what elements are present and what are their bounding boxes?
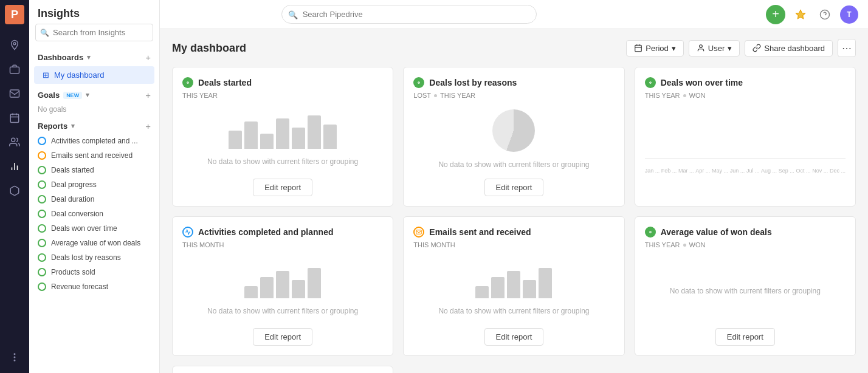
reports-section-header[interactable]: Reports ▾ + — [29, 116, 159, 134]
line-chart-svg — [645, 129, 846, 165]
bar — [475, 286, 489, 298]
sidebar-report-item[interactable]: Deals lost by reasons — [29, 250, 159, 265]
nav-more[interactable] — [4, 346, 26, 368]
subtitle-dot — [683, 94, 686, 97]
report-item-label: Deals won over time — [51, 224, 117, 233]
goals-section-header[interactable]: Goals NEW ▾ + — [29, 85, 159, 103]
app-logo: P — [5, 5, 24, 24]
bar — [308, 268, 321, 298]
edit-report-button-activities-completed[interactable]: Edit report — [253, 328, 312, 346]
user-button[interactable]: User ▾ — [689, 40, 740, 56]
svg-rect-10 — [635, 45, 642, 52]
card-header: Average value of won deals — [645, 227, 846, 238]
share-dashboard-button[interactable]: Share dashboard — [745, 40, 833, 56]
report-item-label: Products sold — [51, 268, 95, 276]
bar — [507, 271, 520, 298]
nav-mail[interactable] — [4, 83, 26, 104]
chart-bars — [229, 112, 337, 149]
period-label: Period — [646, 44, 669, 53]
subtitle-dot — [434, 94, 437, 97]
report-item-label: Average value of won deals — [51, 239, 140, 247]
sidebar-report-item[interactable]: Deals won over time — [29, 221, 159, 236]
dashboard-card-deals-won-over-time: Deals won over timeTHIS YEARWONJan ...Fe… — [635, 67, 856, 207]
sidebar-report-item[interactable]: Average value of won deals — [29, 236, 159, 250]
bar — [491, 277, 505, 298]
subtitle-dot — [683, 244, 686, 247]
goals-add-icon[interactable]: + — [145, 90, 151, 100]
topbar-add-button[interactable]: + — [766, 5, 785, 24]
edit-report-button-deals-lost-by-reasons[interactable]: Edit report — [484, 179, 544, 196]
x-label: Aug ... — [761, 168, 777, 174]
card-subtitle: LOSTTHIS YEAR — [413, 92, 614, 99]
nav-deals[interactable] — [4, 58, 26, 80]
subtitle-right: THIS YEAR — [440, 92, 475, 99]
card-subtitle: THIS YEARWON — [645, 92, 846, 99]
edit-report-button-emails-sent-received[interactable]: Edit report — [484, 328, 544, 346]
x-label: Nov ... — [812, 168, 828, 174]
dashboards-section-header[interactable]: Dashboards ▾ + — [29, 47, 159, 65]
sidebar-report-item[interactable]: Deal duration — [29, 192, 159, 207]
period-chevron: ▾ — [672, 44, 676, 53]
sidebar-report-item[interactable]: Revenue forecast — [29, 279, 159, 294]
sidebar-report-item[interactable]: Emails sent and received — [29, 148, 159, 163]
dashboards-add-icon[interactable]: + — [145, 52, 151, 63]
report-dot-icon — [38, 195, 46, 204]
report-item-label: Activities completed and ... — [51, 137, 138, 145]
sidebar-report-item[interactable]: Activities completed and ... — [29, 134, 159, 148]
card-icon — [645, 227, 656, 238]
sidebar-search-input[interactable] — [35, 24, 153, 41]
nav-products[interactable] — [4, 180, 26, 202]
report-list: Activities completed and ...Emails sent … — [29, 134, 159, 294]
dashboard-card-deal-duration: Deal durationTHIS YEARPIPELINEWON, LOST+… — [172, 366, 393, 373]
x-label: Sep ... — [779, 168, 794, 174]
svg-rect-1 — [10, 67, 19, 74]
report-dot-icon — [38, 180, 46, 189]
sidebar-report-item[interactable]: Deals started — [29, 163, 159, 177]
card-title: Deals lost by reasons — [429, 78, 517, 87]
user-label: User — [708, 44, 725, 53]
card-body: No data to show with current filters or … — [182, 106, 383, 171]
x-label: Oct ... — [796, 168, 810, 174]
report-item-label: Deal conversion — [51, 210, 103, 218]
edit-report-button-average-value-won[interactable]: Edit report — [715, 328, 775, 346]
topbar-search-input[interactable] — [281, 5, 537, 24]
nav-calendar[interactable] — [4, 107, 26, 129]
dashboard-card-activities-completed: Activities completed and plannedTHIS MON… — [172, 216, 393, 356]
card-header: Deals lost by reasons — [413, 77, 614, 88]
chart-placeholder — [492, 109, 535, 156]
reports-add-icon[interactable]: + — [145, 121, 151, 131]
my-dashboard-item[interactable]: ⊞ My dashboard — [34, 66, 154, 84]
more-options-button[interactable]: ⋯ — [838, 39, 856, 57]
report-dot-icon — [38, 282, 46, 291]
svg-rect-2 — [10, 90, 19, 97]
card-body: Jan ...Feb ...Mar ...Apr ...May ...Jun .… — [645, 106, 846, 196]
card-body: No data to show with current filters or … — [413, 106, 614, 171]
sidebar-report-item[interactable]: Deal conversion — [29, 207, 159, 221]
period-button[interactable]: Period ▾ — [626, 40, 684, 56]
nav-contacts[interactable] — [4, 131, 26, 153]
report-dot-icon — [38, 137, 46, 145]
sidebar-report-item[interactable]: Products sold — [29, 265, 159, 279]
bar — [260, 134, 274, 149]
bar — [323, 125, 337, 149]
goals-label: Goals — [38, 91, 60, 100]
card-icon — [645, 77, 656, 88]
report-dot-icon — [38, 166, 46, 174]
no-goals-text: No goals — [29, 103, 159, 116]
user-avatar[interactable]: T — [840, 5, 858, 24]
notifications-icon[interactable] — [791, 5, 810, 24]
card-subtitle: THIS YEAR — [182, 92, 383, 99]
svg-point-6 — [14, 357, 15, 358]
bar — [244, 286, 258, 298]
nav-insights[interactable] — [4, 156, 26, 177]
edit-report-button-deals-started[interactable]: Edit report — [253, 179, 312, 196]
report-dot-icon — [38, 210, 46, 218]
nav-leads[interactable] — [4, 34, 26, 56]
bar — [308, 115, 321, 149]
svg-point-13 — [418, 82, 420, 84]
sidebar-report-item[interactable]: Deal progress — [29, 177, 159, 192]
bar — [276, 118, 289, 149]
card-body: No data to show with current filters or … — [645, 256, 846, 321]
help-icon[interactable] — [816, 5, 834, 24]
bar — [260, 277, 274, 298]
